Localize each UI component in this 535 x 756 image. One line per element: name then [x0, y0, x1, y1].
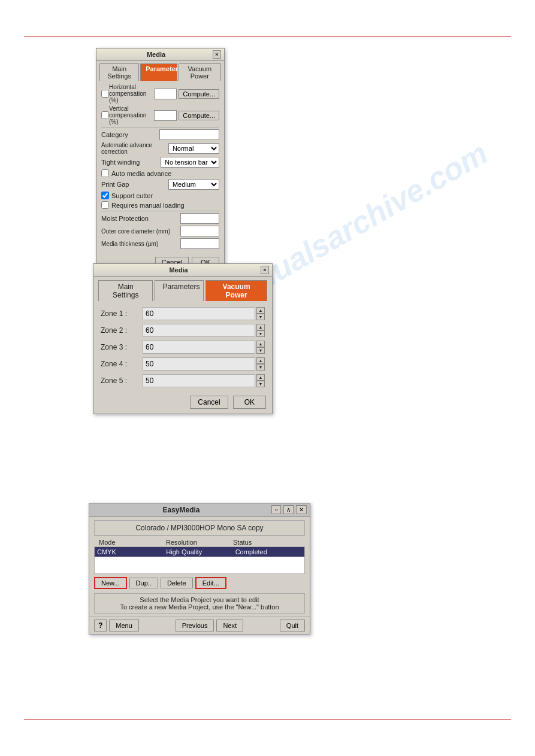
zone2-up-button[interactable]: ▲: [256, 324, 265, 330]
dialog1-tab-vacuum-power[interactable]: Vacuum Power: [179, 63, 221, 81]
zone4-up-button[interactable]: ▲: [256, 357, 265, 364]
info-line2: To create a new Media Project, use the "…: [120, 603, 279, 611]
top-rule: [24, 36, 511, 37]
action-bar: New... Dup.. Delete Edit...: [89, 574, 310, 592]
moist-input[interactable]: 0: [180, 213, 219, 224]
dialog1-tab-bar: Main Settings Parameters Vacuum Power: [96, 61, 224, 81]
auto-advance-select[interactable]: Normal: [168, 143, 219, 154]
zone1-spinner: ▲ ▼: [256, 307, 265, 320]
row-mode: CMYK: [96, 548, 165, 555]
zone5-row: Zone 5 : 50 ▲ ▼: [101, 374, 265, 387]
tight-winding-label: Tight winding: [101, 159, 161, 166]
horiz-comp-checkbox[interactable]: [101, 90, 109, 98]
zone1-up-button[interactable]: ▲: [256, 307, 265, 314]
dialog1-tab-parameters[interactable]: Parameters: [140, 63, 177, 81]
list-header: Mode Resolution Status: [94, 538, 305, 547]
vert-comp-input[interactable]: 0.00: [154, 110, 177, 121]
tight-winding-select[interactable]: No tension bar: [161, 157, 219, 168]
zone4-row: Zone 4 : 50 ▲ ▼: [101, 357, 265, 371]
new-button[interactable]: New...: [94, 577, 127, 589]
dialog2-tab-bar: Main Settings Parameters Vacuum Power: [93, 277, 272, 301]
dialog2-footer: Cancel OK: [93, 391, 272, 414]
print-gap-label: Print Gap: [101, 181, 168, 188]
horiz-comp-input[interactable]: 0.00: [154, 89, 177, 99]
category-input[interactable]: Monomeric Vinyl: [159, 129, 219, 140]
dialog2-tab-parameters[interactable]: Parameters: [155, 280, 204, 301]
dialog1-tab-main-settings[interactable]: Main Settings: [99, 63, 139, 81]
zone4-down-button[interactable]: ▼: [256, 364, 265, 371]
dialog2-close-button[interactable]: ×: [261, 266, 269, 274]
vert-comp-checkbox[interactable]: [101, 111, 109, 119]
help-button[interactable]: ?: [94, 620, 107, 631]
dialog3-title: EasyMedia: [92, 506, 270, 514]
auto-media-label: Auto media advance: [111, 170, 171, 177]
vert-comp-label: Vertical compensation (%): [109, 105, 154, 125]
requires-manual-row: Requires manual loading: [101, 201, 219, 209]
printer-name: Colorado / MPI3000HOP Mono SA copy: [135, 524, 263, 532]
delete-button[interactable]: Delete: [161, 578, 193, 588]
dialog1-title: Media: [99, 51, 213, 58]
horiz-comp-row: Horizontal compensation (%) 0.00 Compute…: [101, 84, 219, 104]
vert-comp-row: Vertical compensation (%) 0.00 Compute..…: [101, 105, 219, 125]
auto-advance-row: Automatic advance correction Normal: [101, 142, 219, 155]
dialog2-tab-main-settings[interactable]: Main Settings: [98, 280, 153, 301]
zone3-label: Zone 3 :: [101, 343, 143, 351]
zone5-down-button[interactable]: ▼: [256, 381, 265, 387]
dialog1-titlebar: Media ×: [96, 48, 224, 61]
tight-winding-row: Tight winding No tension bar: [101, 157, 219, 168]
outer-core-label: Outer core diameter (mm): [101, 228, 180, 235]
easymedia-maximize-button[interactable]: ∧: [283, 505, 294, 514]
row-resolution: High Quality: [165, 548, 234, 555]
dup-button[interactable]: Dup..: [129, 578, 158, 588]
zone4-input[interactable]: 50: [143, 357, 255, 371]
requires-manual-checkbox[interactable]: [101, 201, 109, 209]
support-cutter-checkbox[interactable]: [101, 192, 109, 199]
media-list: CMYK High Quality Completed: [94, 547, 305, 574]
zone2-input[interactable]: 60: [143, 324, 255, 337]
horiz-comp-compute-button[interactable]: Compute...: [179, 89, 219, 99]
zone4-spinner: ▲ ▼: [256, 357, 265, 371]
dialog3-titlebar: EasyMedia ○ ∧ ✕: [89, 503, 310, 517]
outer-core-row: Outer core diameter (mm) 81: [101, 226, 219, 236]
list-item[interactable]: CMYK High Quality Completed: [95, 547, 304, 557]
nav-bar: ? Menu Previous Next Quit: [89, 617, 310, 634]
col-mode: Mode: [99, 539, 166, 546]
divider2: [101, 211, 219, 211]
printer-name-bar: Colorado / MPI3000HOP Mono SA copy: [94, 520, 305, 536]
media-thickness-input[interactable]: 225: [180, 238, 219, 249]
category-row: Category Monomeric Vinyl: [101, 129, 219, 140]
zone1-input[interactable]: 60: [143, 307, 255, 320]
quit-button[interactable]: Quit: [280, 620, 305, 631]
zone1-label: Zone 1 :: [101, 309, 143, 318]
support-cutter-label: Support cutter: [111, 192, 153, 199]
zone3-input[interactable]: 60: [143, 341, 255, 354]
zone5-input[interactable]: 50: [143, 374, 255, 387]
outer-core-input[interactable]: 81: [180, 226, 219, 236]
print-gap-select[interactable]: Medium: [168, 179, 219, 190]
dialog2-ok-button[interactable]: OK: [233, 396, 266, 409]
media-vacuum-dialog: Media × Main Settings Parameters Vacuum …: [93, 263, 273, 414]
print-gap-row: Print Gap Medium: [101, 179, 219, 190]
zone2-down-button[interactable]: ▼: [256, 330, 265, 337]
edit-button[interactable]: Edit...: [195, 577, 226, 589]
easymedia-close-button[interactable]: ✕: [296, 505, 307, 514]
auto-media-row: Auto media advance: [101, 169, 219, 177]
dialog2-tab-vacuum-power[interactable]: Vacuum Power: [205, 280, 267, 301]
next-button[interactable]: Next: [216, 620, 243, 631]
auto-media-checkbox[interactable]: [101, 169, 109, 177]
zone3-up-button[interactable]: ▲: [256, 341, 265, 347]
vert-comp-compute-button[interactable]: Compute...: [179, 111, 219, 120]
zone5-up-button[interactable]: ▲: [256, 374, 265, 381]
moist-row: Moist Protection 0: [101, 213, 219, 224]
media-thickness-label: Media thickness (µm): [101, 241, 180, 247]
easymedia-minimize-button[interactable]: ○: [271, 505, 281, 514]
zone2-row: Zone 2 : 60 ▲ ▼: [101, 324, 265, 337]
zone3-row: Zone 3 : 60 ▲ ▼: [101, 341, 265, 354]
previous-button[interactable]: Previous: [176, 620, 214, 631]
menu-button[interactable]: Menu: [109, 620, 139, 631]
dialog2-cancel-button[interactable]: Cancel: [190, 396, 228, 409]
zone3-down-button[interactable]: ▼: [256, 347, 265, 354]
zone1-down-button[interactable]: ▼: [256, 314, 265, 320]
media-thickness-row: Media thickness (µm) 225: [101, 238, 219, 249]
dialog1-close-button[interactable]: ×: [213, 50, 221, 59]
